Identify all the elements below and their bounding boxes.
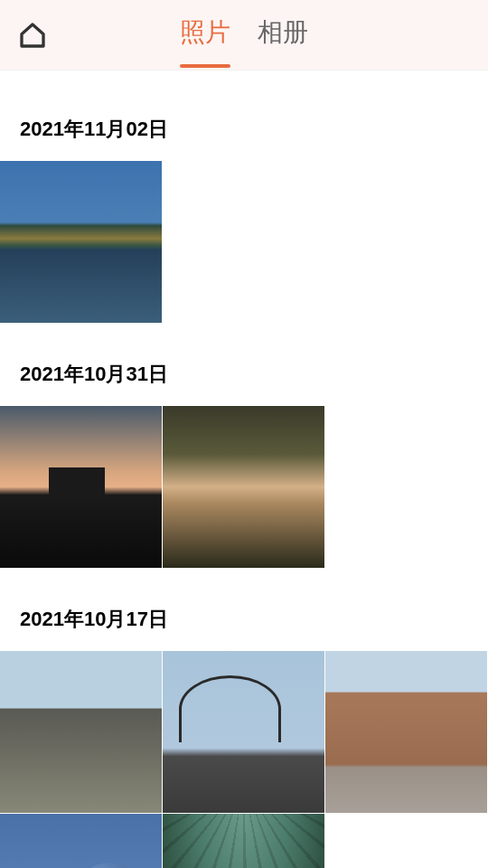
photo-grid [0, 406, 488, 568]
date-label: 2021年11月02日 [0, 71, 488, 161]
header-tabs: 照片 相册 [180, 15, 308, 55]
photo-thumbnail[interactable] [163, 651, 324, 813]
photo-thumbnail[interactable] [0, 814, 162, 868]
tab-photos[interactable]: 照片 [180, 15, 230, 55]
main-content[interactable]: 2021年11月02日 2021年10月31日 2021年10月17日 [0, 71, 488, 868]
tab-albums[interactable]: 相册 [258, 15, 308, 55]
photo-thumbnail[interactable] [163, 406, 324, 568]
photo-grid [0, 161, 488, 323]
photo-thumbnail[interactable] [325, 651, 487, 813]
date-label: 2021年10月31日 [0, 323, 488, 406]
photo-thumbnail[interactable] [0, 161, 162, 323]
photo-thumbnail[interactable] [163, 814, 324, 868]
date-label: 2021年10月17日 [0, 568, 488, 651]
photo-thumbnail[interactable] [0, 651, 162, 813]
photo-grid [0, 651, 488, 868]
header-bar: 照片 相册 [0, 0, 488, 71]
photo-thumbnail[interactable] [0, 406, 162, 568]
home-icon[interactable] [18, 21, 47, 50]
